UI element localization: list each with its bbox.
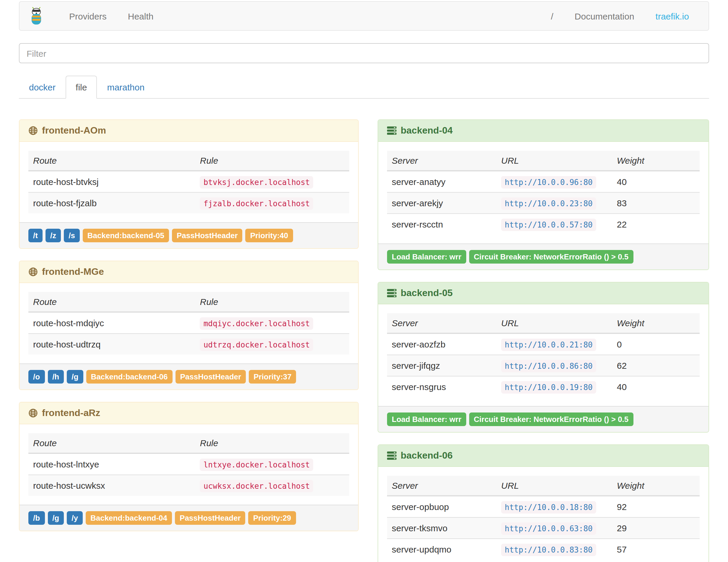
route-name: route-host-btvksj xyxy=(28,171,195,192)
route-row: route-host-lntxyelntxye.docker.localhost xyxy=(28,453,349,475)
route-name: route-host-udtrzq xyxy=(28,334,195,355)
server-url-code: http://10.0.0.96:80 xyxy=(501,176,596,189)
server-url-code: http://10.0.0.21:80 xyxy=(501,339,596,351)
nav-documentation-link[interactable]: Documentation xyxy=(564,11,645,21)
globe-icon xyxy=(28,126,38,135)
column-header-server: Server xyxy=(387,313,496,333)
frontend-footer: /t/z/sBackend:backend-05PassHostHeaderPr… xyxy=(19,222,358,248)
routes-table: Route Rule route-host-btvksjbtvksj.docke… xyxy=(28,151,349,213)
frontend-title: frontend-MGe xyxy=(42,266,104,278)
server-icon xyxy=(387,126,397,135)
backend-footer: Load Balancer: wrrCircuit Breaker: Netwo… xyxy=(378,406,709,432)
backend-title: backend-04 xyxy=(401,125,453,137)
column-header-url: URL xyxy=(496,313,612,333)
provider-tabs: dockerfilemarathon xyxy=(19,76,709,99)
column-header-url: URL xyxy=(496,151,612,171)
navbar-left: Providers Health xyxy=(28,7,164,25)
page-container: Providers Health / Documentation traefik… xyxy=(19,0,709,562)
column-header-rule: Rule xyxy=(195,433,349,453)
server-row: server-anatyyhttp://10.0.0.96:8040 xyxy=(387,171,700,192)
rule-code: btvksj.docker.localhost xyxy=(200,176,313,189)
server-weight: 40 xyxy=(612,376,700,397)
frontend-setting-badge: Priority:40 xyxy=(246,229,293,242)
route-name: route-host-mdqiyc xyxy=(28,312,195,334)
server-weight: 57 xyxy=(612,539,700,560)
entrypoint-badge: /z xyxy=(45,229,61,242)
column-header-route: Route xyxy=(28,433,195,453)
server-name: server-updqmo xyxy=(387,539,496,560)
backend-title: backend-05 xyxy=(401,287,453,299)
route-row: route-host-mdqiycmdqiyc.docker.localhost xyxy=(28,312,349,334)
server-url-code: http://10.0.0.86:80 xyxy=(501,360,596,372)
column-header-rule: Rule xyxy=(195,151,349,171)
traefik-mascot-icon xyxy=(28,7,44,25)
server-row: server-aozfzbhttp://10.0.0.21:800 xyxy=(387,333,700,355)
server-weight: 40 xyxy=(612,171,700,192)
backend-card: backend-05 Server URL Weight server-aozf… xyxy=(378,282,709,433)
routes-table: Route Rule route-host-mdqiycmdqiyc.docke… xyxy=(28,292,349,355)
entrypoint-badge: /s xyxy=(64,229,80,242)
column-header-url: URL xyxy=(496,476,612,496)
nav-health-link[interactable]: Health xyxy=(117,11,164,21)
nav-traefik-io-link[interactable]: traefik.io xyxy=(645,11,700,21)
column-header-weight: Weight xyxy=(612,476,700,496)
tab-file[interactable]: file xyxy=(66,76,97,99)
servers-table: Server URL Weight server-opbuophttp://10… xyxy=(387,476,700,560)
tab-docker[interactable]: docker xyxy=(19,76,66,99)
content-row: frontend-AOm Route Rule route-host-btvks… xyxy=(19,119,709,562)
frontend-setting-badge: Backend:backend-06 xyxy=(86,370,172,384)
backend-setting-badge: Load Balancer: wrr xyxy=(387,250,466,264)
frontend-setting-badge: PassHostHeader xyxy=(172,229,243,242)
rule-code: lntxye.docker.localhost xyxy=(200,459,313,471)
server-row: server-arekjyhttp://10.0.0.23:8083 xyxy=(387,192,700,214)
server-weight: 22 xyxy=(612,214,700,235)
route-name: route-host-ucwksx xyxy=(28,475,195,496)
route-name: route-host-lntxye xyxy=(28,453,195,475)
server-weight: 0 xyxy=(612,333,700,355)
backend-card: backend-04 Server URL Weight server-anat… xyxy=(378,119,709,270)
globe-icon xyxy=(28,408,38,418)
entrypoint-badge: /h xyxy=(48,370,64,384)
backend-setting-badge: Circuit Breaker: NetworkErrorRatio () > … xyxy=(469,412,633,426)
frontend-setting-badge: PassHostHeader xyxy=(175,370,246,384)
frontend-setting-badge: Priority:37 xyxy=(249,370,296,384)
server-name: server-opbuop xyxy=(387,496,496,517)
nav-separator: / xyxy=(540,11,564,21)
entrypoint-badge: /y xyxy=(67,511,83,525)
backend-footer: Load Balancer: wrrCircuit Breaker: Netwo… xyxy=(378,243,709,269)
server-name: server-aozfzb xyxy=(387,333,496,355)
column-header-weight: Weight xyxy=(612,313,700,333)
filter-input[interactable] xyxy=(19,43,709,63)
traefik-logo[interactable] xyxy=(28,7,44,25)
column-header-rule: Rule xyxy=(195,292,349,312)
frontend-setting-badge: Backend:backend-05 xyxy=(83,229,169,242)
server-name: server-nsgrus xyxy=(387,376,496,397)
rule-code: udtrzq.docker.localhost xyxy=(200,339,313,351)
column-header-route: Route xyxy=(28,292,195,312)
backend-card: backend-06 Server URL Weight server-opbu… xyxy=(378,444,709,562)
server-row: server-opbuophttp://10.0.0.18:8092 xyxy=(387,496,700,517)
backends-column: backend-04 Server URL Weight server-anat… xyxy=(378,119,709,562)
frontend-footer: /o/h/gBackend:backend-06PassHostHeaderPr… xyxy=(19,363,358,389)
frontend-title: frontend-AOm xyxy=(42,125,106,137)
column-header-server: Server xyxy=(387,151,496,171)
rule-code: fjzalb.docker.localhost xyxy=(200,197,313,210)
routes-table: Route Rule route-host-lntxyelntxye.docke… xyxy=(28,433,349,496)
server-icon xyxy=(387,288,397,298)
server-row: server-tksmvohttp://10.0.0.63:8029 xyxy=(387,517,700,539)
tab-marathon[interactable]: marathon xyxy=(97,76,155,99)
nav-providers-link[interactable]: Providers xyxy=(59,11,117,21)
frontend-setting-badge: Priority:29 xyxy=(248,511,296,525)
server-weight: 92 xyxy=(612,496,700,517)
route-row: route-host-udtrzqudtrzq.docker.localhost xyxy=(28,334,349,355)
server-url-code: http://10.0.0.57:80 xyxy=(501,219,596,231)
server-name: server-jifqgz xyxy=(387,355,496,376)
server-name: server-anatyy xyxy=(387,171,496,192)
server-url-code: http://10.0.0.19:80 xyxy=(501,381,596,394)
route-row: route-host-btvksjbtvksj.docker.localhost xyxy=(28,171,349,192)
frontend-card: frontend-AOm Route Rule route-host-btvks… xyxy=(19,119,359,249)
rule-code: ucwksx.docker.localhost xyxy=(200,480,313,492)
server-url-code: http://10.0.0.18:80 xyxy=(501,501,596,514)
server-row: server-updqmohttp://10.0.0.83:8057 xyxy=(387,539,700,560)
filter-section xyxy=(19,43,709,63)
